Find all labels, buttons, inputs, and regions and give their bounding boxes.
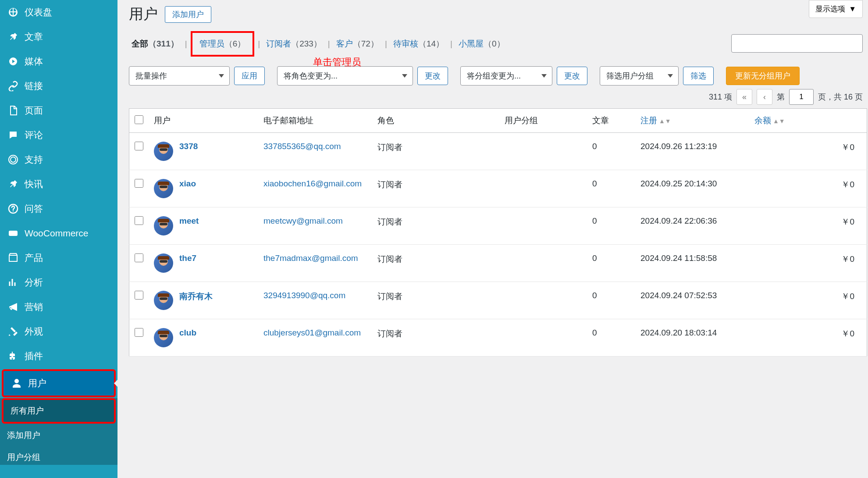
change-role-button[interactable]: 更改 xyxy=(417,67,448,85)
help-icon xyxy=(7,203,19,215)
sidebar-item-dashboard[interactable]: 仪表盘 xyxy=(0,0,117,25)
group-cell xyxy=(499,282,587,319)
select-all-checkbox[interactable] xyxy=(135,115,143,124)
email-link[interactable]: clubjerseys01@gmail.com xyxy=(263,328,361,337)
page-header: 用户 添加用户 xyxy=(129,4,868,24)
role-cell: 订阅者 xyxy=(372,319,499,357)
page-icon xyxy=(7,104,19,117)
registered-cell: 2024.09.25 20:14:30 xyxy=(635,170,749,207)
support-icon xyxy=(7,153,19,166)
registered-cell: 2024.09.24 11:58:58 xyxy=(635,245,749,282)
bulk-action-select[interactable]: 批量操作 xyxy=(129,66,230,86)
users-submenu: 所有用户 添加用户 用户分组 xyxy=(0,398,117,465)
sidebar-item-links[interactable]: 链接 xyxy=(0,74,117,98)
search-users xyxy=(731,34,863,53)
col-header-role: 角色 xyxy=(372,109,499,133)
email-link[interactable]: 3294913990@qq.com xyxy=(263,291,345,300)
row-checkbox[interactable] xyxy=(135,328,143,337)
sidebar-item-support[interactable]: 支持 xyxy=(0,147,117,172)
add-user-button[interactable]: 添加用户 xyxy=(165,6,211,23)
sidebar-label: 插件 xyxy=(25,350,43,362)
col-header-email[interactable]: 电子邮箱地址 xyxy=(258,109,372,133)
username-link[interactable]: 3378 xyxy=(179,142,198,151)
row-checkbox[interactable] xyxy=(135,253,143,262)
filter-subscriber[interactable]: 订阅者（233） xyxy=(263,38,324,50)
submenu-add-user[interactable]: 添加用户 xyxy=(0,424,117,446)
table-row: xiaoxiaobochen16@gmail.com订阅者02024.09.25… xyxy=(129,170,867,207)
col-header-user[interactable]: 用户 xyxy=(149,109,258,133)
email-link[interactable]: xiaobochen16@gmail.com xyxy=(263,179,362,188)
change-group-select[interactable]: 将分组变更为... xyxy=(460,66,552,86)
svg-rect-0 xyxy=(9,231,18,236)
filter-group-button[interactable]: 筛选 xyxy=(683,67,714,85)
screen-options-toggle[interactable]: 显示选项 ▼ xyxy=(809,0,863,18)
pin-icon xyxy=(7,178,19,190)
email-link[interactable]: 337855365@qq.com xyxy=(263,142,341,151)
filter-admin-highlight: 管理员（6） xyxy=(191,31,255,57)
email-link[interactable]: the7madmax@gmail.com xyxy=(263,253,358,263)
registered-cell: 2024.09.24 07:52:53 xyxy=(635,282,749,319)
table-row: meetmeetcwy@gmail.com订阅者02024.09.24 22:0… xyxy=(129,207,867,245)
filter-blacklist[interactable]: 小黑屋（0） xyxy=(456,38,508,50)
product-icon xyxy=(7,252,19,264)
search-input[interactable] xyxy=(731,34,863,53)
admin-sidebar: 仪表盘 文章 媒体 链接 页面 评论 支持 快讯 问答 WooCommerce … xyxy=(0,0,117,478)
sidebar-item-marketing[interactable]: 营销 xyxy=(0,295,117,319)
email-link[interactable]: meetcwy@gmail.com xyxy=(263,216,343,225)
sidebar-item-comments[interactable]: 评论 xyxy=(0,123,117,147)
username-link[interactable]: 南乔有木 xyxy=(179,291,213,302)
username-link[interactable]: xiao xyxy=(179,179,196,189)
pagination-top: 311 项 « ‹ 第 页，共 16 页 xyxy=(129,89,863,105)
first-page-button[interactable]: « xyxy=(736,89,752,105)
sidebar-item-qa[interactable]: 问答 xyxy=(0,196,117,221)
filter-all[interactable]: 全部（311） xyxy=(129,38,181,50)
woo-icon xyxy=(7,227,19,239)
sidebar-item-posts[interactable]: 文章 xyxy=(0,25,117,49)
sidebar-item-news[interactable]: 快讯 xyxy=(0,172,117,196)
filter-group-select[interactable]: 筛选用户分组 xyxy=(600,66,679,86)
registered-cell: 2024.09.26 11:23:19 xyxy=(635,133,749,170)
sidebar-label: 分析 xyxy=(25,276,43,289)
username-link[interactable]: the7 xyxy=(179,253,196,263)
role-cell: 订阅者 xyxy=(372,282,499,319)
sidebar-item-woocommerce[interactable]: WooCommerce xyxy=(0,221,117,246)
filter-customer[interactable]: 客户（72） xyxy=(334,38,381,50)
username-link[interactable]: meet xyxy=(179,216,199,226)
avatar xyxy=(154,216,173,235)
sort-icon: ▲▼ xyxy=(773,118,785,125)
col-header-balance[interactable]: 余额▲▼ xyxy=(749,109,867,133)
registered-cell: 2024.09.20 18:03:14 xyxy=(635,319,749,357)
update-nogroup-button[interactable]: 更新无分组用户 xyxy=(726,67,800,85)
sidebar-item-products[interactable]: 产品 xyxy=(0,246,117,270)
row-checkbox[interactable] xyxy=(135,142,143,150)
page-number-input[interactable] xyxy=(789,89,814,105)
sidebar-label: 评论 xyxy=(25,129,43,141)
sidebar-item-media[interactable]: 媒体 xyxy=(0,49,117,74)
total-items: 311 项 xyxy=(709,92,732,102)
posts-cell: 0 xyxy=(587,319,635,357)
sidebar-label: 问答 xyxy=(25,203,43,215)
change-group-button[interactable]: 更改 xyxy=(557,67,587,85)
col-header-posts: 文章 xyxy=(587,109,635,133)
balance-cell: ￥0 xyxy=(749,133,867,170)
sidebar-item-users[interactable]: 用户 xyxy=(2,369,116,397)
row-checkbox[interactable] xyxy=(135,216,143,225)
row-checkbox[interactable] xyxy=(135,291,143,300)
sidebar-item-analytics[interactable]: 分析 xyxy=(0,270,117,295)
col-header-group: 用户分组 xyxy=(499,109,587,133)
submenu-user-groups[interactable]: 用户分组 xyxy=(0,446,117,465)
filter-admin[interactable]: 管理员（6） xyxy=(197,38,249,50)
sidebar-item-plugins[interactable]: 插件 xyxy=(0,344,117,368)
sidebar-item-appearance[interactable]: 外观 xyxy=(0,319,117,344)
submenu-all-users[interactable]: 所有用户 xyxy=(2,398,116,424)
media-icon xyxy=(7,55,19,68)
prev-page-button[interactable]: ‹ xyxy=(757,89,772,105)
row-checkbox[interactable] xyxy=(135,179,143,188)
col-header-registered[interactable]: 注册▲▼ xyxy=(635,109,749,133)
sidebar-item-pages[interactable]: 页面 xyxy=(0,98,117,123)
sort-icon: ▲▼ xyxy=(659,118,671,125)
filter-pending[interactable]: 待审核（14） xyxy=(391,38,447,50)
apply-button[interactable]: 应用 xyxy=(234,67,265,85)
change-role-select[interactable]: 将角色变更为... xyxy=(277,66,413,86)
username-link[interactable]: club xyxy=(179,328,196,338)
